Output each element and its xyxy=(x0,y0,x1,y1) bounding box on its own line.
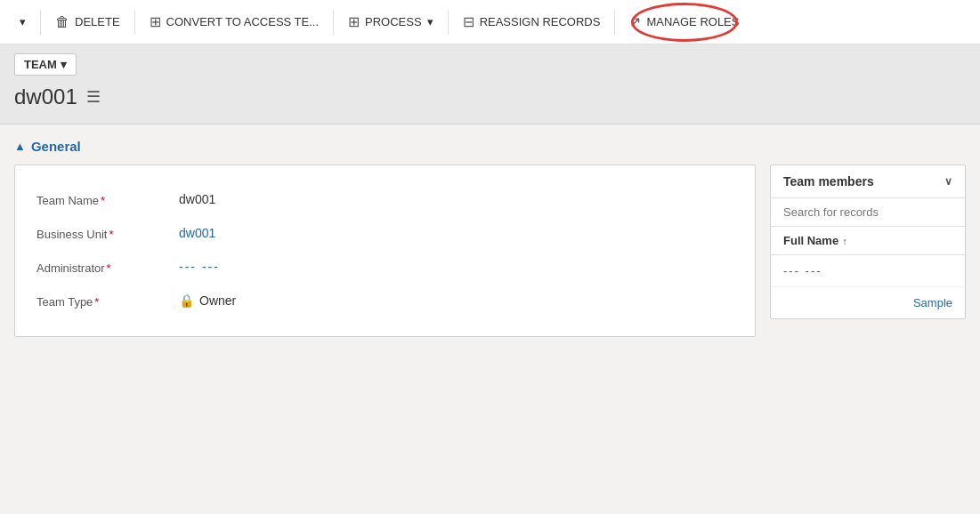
sidebar-list-item: --- --- xyxy=(771,255,965,287)
record-title-row: dw001 ☰ xyxy=(14,84,966,109)
section-header: ▲ General xyxy=(14,139,966,154)
convert-icon: ⊞ xyxy=(150,13,161,30)
reassign-button[interactable]: ⊟ REASSIGN RECORDS xyxy=(450,0,613,44)
process-label: PROCESS xyxy=(365,15,422,28)
team-name-label: Team Name* xyxy=(36,192,179,207)
administrator-value[interactable]: --- --- xyxy=(179,260,220,274)
hamburger-icon[interactable]: ☰ xyxy=(86,87,101,107)
sidebar-header-label: Team members xyxy=(783,174,874,189)
team-dropdown-arrow: ▾ xyxy=(61,58,67,71)
team-type-label: Team Type* xyxy=(36,293,179,309)
sidebar-header: Team members ∨ xyxy=(771,165,965,198)
business-unit-value[interactable]: dw001 xyxy=(179,226,215,240)
process-dropdown-icon: ▾ xyxy=(427,15,433,28)
sidebar-column-header: Full Name ↑ xyxy=(771,227,965,255)
dropdown-arrow-button[interactable]: ▾ xyxy=(7,0,38,44)
team-name-value[interactable]: dw001 xyxy=(179,192,215,206)
team-type-required: * xyxy=(94,295,99,309)
main-content: ▲ General Team Name* dw001 Business Unit… xyxy=(0,124,980,337)
manage-roles-button[interactable]: ↗ MANAGE ROLES xyxy=(617,0,751,44)
sidebar-footer-sample[interactable]: Sample xyxy=(771,287,965,318)
toolbar-separator-1 xyxy=(40,10,41,35)
form-row-team-type: Team Type* 🔒 Owner xyxy=(36,285,733,318)
convert-button[interactable]: ⊞ CONVERT TO ACCESS TE... xyxy=(137,0,331,44)
business-unit-label: Business Unit* xyxy=(36,226,179,241)
section-collapse-arrow[interactable]: ▲ xyxy=(14,140,26,153)
record-title-text: dw001 xyxy=(14,84,77,109)
form-card: Team Name* dw001 Business Unit* dw001 Ad… xyxy=(14,165,756,337)
record-header: TEAM ▾ dw001 ☰ xyxy=(0,44,980,124)
sidebar-panel: Team members ∨ Full Name ↑ --- --- Sampl… xyxy=(770,165,966,319)
content-layout: Team Name* dw001 Business Unit* dw001 Ad… xyxy=(14,165,966,337)
delete-label: DELETE xyxy=(75,15,120,28)
toolbar-separator-3 xyxy=(333,10,334,35)
manage-roles-label: MANAGE ROLES xyxy=(646,15,739,28)
toolbar: ▾ 🗑 DELETE ⊞ CONVERT TO ACCESS TE... ⊞ P… xyxy=(0,0,980,44)
convert-label: CONVERT TO ACCESS TE... xyxy=(166,15,319,28)
sidebar-search-input[interactable] xyxy=(771,198,965,227)
delete-icon: 🗑 xyxy=(55,14,69,30)
toolbar-separator-4 xyxy=(448,10,449,35)
sidebar-row-value: --- --- xyxy=(783,264,822,277)
reassign-label: REASSIGN RECORDS xyxy=(480,15,601,28)
sort-ascending-icon[interactable]: ↑ xyxy=(842,236,847,246)
sidebar-footer-label: Sample xyxy=(913,296,952,309)
team-dropdown[interactable]: TEAM ▾ xyxy=(14,53,77,76)
team-name-required: * xyxy=(101,194,105,207)
administrator-required: * xyxy=(107,261,111,275)
form-row-administrator: Administrator* --- --- xyxy=(36,251,733,285)
sidebar-chevron-icon[interactable]: ∨ xyxy=(944,175,952,188)
dropdown-arrow-icon: ▾ xyxy=(20,15,26,28)
form-row-team-name: Team Name* dw001 xyxy=(36,183,733,217)
team-type-value: 🔒 Owner xyxy=(179,293,236,308)
form-row-business-unit: Business Unit* dw001 xyxy=(36,217,733,251)
delete-button[interactable]: 🗑 DELETE xyxy=(43,0,133,44)
full-name-col-label: Full Name xyxy=(783,234,838,247)
lock-icon: 🔒 xyxy=(179,293,194,308)
reassign-icon: ⊟ xyxy=(463,13,474,30)
process-button[interactable]: ⊞ PROCESS ▾ xyxy=(336,0,446,44)
toolbar-separator-5 xyxy=(614,10,615,35)
toolbar-separator-2 xyxy=(134,10,135,35)
section-title: General xyxy=(31,139,81,154)
administrator-label: Administrator* xyxy=(36,260,179,275)
team-label: TEAM xyxy=(24,58,57,71)
team-type-text: Owner xyxy=(199,293,236,308)
business-unit-required: * xyxy=(109,228,113,241)
manage-roles-icon: ↗ xyxy=(629,13,641,30)
process-icon: ⊞ xyxy=(348,13,360,30)
